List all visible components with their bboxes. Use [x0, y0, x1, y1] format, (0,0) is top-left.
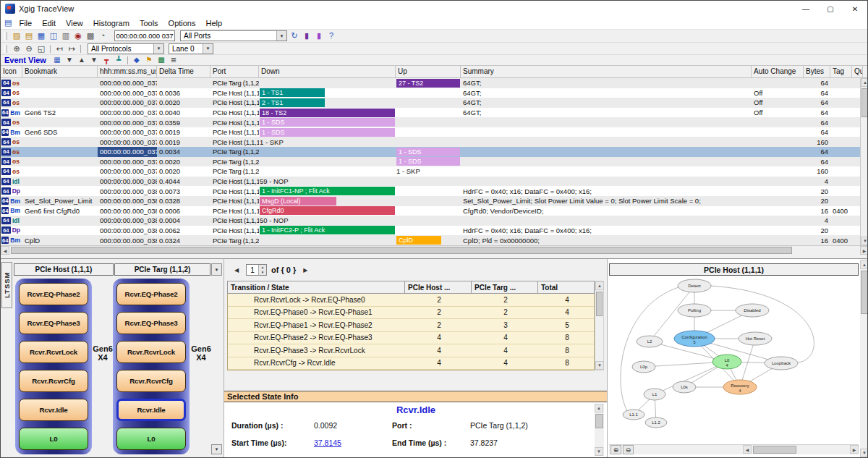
sort-down-icon[interactable]: ▼ [88, 56, 100, 64]
view-grid-icon[interactable]: ▦ [51, 56, 63, 64]
ltssm-node-l0p[interactable]: L0p [632, 361, 655, 373]
menu-histogram[interactable]: Histogram [88, 18, 135, 28]
trace-row[interactable]: 64Dp000:00:00.000_0380.0062PCIe Host (1,… [1, 226, 868, 236]
info-scrollbar[interactable]: ▲▼ [595, 404, 604, 456]
trace-vscrollbar[interactable]: ▲▼ [860, 78, 868, 245]
ltssm-node-configuration[interactable]: Configuration5 [674, 331, 715, 347]
ltssm-state-l0[interactable]: L0 [116, 428, 186, 450]
spin-down-icon[interactable]: ▼ [259, 270, 266, 275]
refresh-icon[interactable]: ↻ [289, 31, 300, 41]
trace-row[interactable]: 64Idl000:00:00.000_0380.4044PCIe Host (1… [1, 177, 868, 187]
page-spinner[interactable]: 1 ▲▼ [246, 264, 267, 276]
zoom-fit-icon[interactable]: ◱ [35, 43, 47, 54]
document-icon[interactable]: ▤ [4, 18, 12, 27]
sort-up-icon[interactable]: ▲ [76, 56, 88, 64]
tee-red-icon[interactable]: ┳ [101, 56, 112, 64]
ltssm-scroll-down-icon[interactable]: ▼ [211, 444, 222, 454]
ltssm-state-rcvr-eq-phase2[interactable]: Rcvr.EQ-Phase2 [116, 283, 186, 305]
transition-row[interactable]: Rcvr.EQ-Phase1 -> Rcvr.EQ-Phase2235 [228, 319, 594, 332]
tee-teal-icon[interactable]: ┻ [113, 56, 124, 64]
scroll-right-icon[interactable]: ▶ [850, 445, 859, 454]
zoom-in-icon[interactable]: ⊕ [11, 43, 22, 54]
scroll-track[interactable] [595, 412, 604, 447]
transition-row[interactable]: Rcvr.RcvrCfg -> Rcvr.Idle448 [228, 357, 594, 370]
minimize-button[interactable]: — [793, 1, 818, 17]
col-header-auto-change[interactable]: Auto Change [752, 66, 804, 77]
menu-file[interactable]: File [14, 18, 37, 28]
transition-row[interactable]: Rcvr.EQ-Phase0 -> Rcvr.EQ-Phase1224 [228, 307, 594, 320]
trace-row[interactable]: 64os000:00:00.000_037PCIe Targ (1,1,2)27… [1, 78, 868, 88]
scroll-down-icon[interactable]: ▼ [861, 237, 868, 245]
col-header-icon[interactable]: Icon [1, 66, 22, 77]
col-header-summary[interactable]: Summary [461, 66, 752, 77]
col-header-bytes[interactable]: Bytes [804, 66, 830, 77]
start-time-link[interactable]: 37.8145 [314, 438, 341, 447]
scroll-thumb[interactable] [595, 414, 603, 428]
trace-row[interactable]: 64os000:00:00.000_0370.0034PCIe Targ (1,… [1, 147, 868, 157]
transitions-scrollbar[interactable]: ▲▼ [595, 281, 604, 370]
ltssm-state-rcvr-rcvrcfg[interactable]: Rcvr.RcvrCfg [19, 370, 88, 392]
grid-view-icon[interactable]: ▩ [85, 31, 96, 41]
menu-tools[interactable]: Tools [135, 18, 163, 28]
decode-violet-icon[interactable]: ▮ [313, 31, 325, 41]
trace-row[interactable]: 64os000:00:00.000_0370.0036PCIe Host (1,… [1, 88, 868, 98]
ltssm-port-header-0[interactable]: PCIe Host (1,1,1) [14, 263, 114, 276]
marker-icon[interactable]: ◆ [131, 56, 142, 64]
save-as-icon[interactable]: ◫ [48, 31, 59, 41]
zoom-in-icon[interactable]: ⊕ [610, 445, 621, 454]
ltssm-state-rcvr-idle[interactable]: Rcvr.Idle [19, 399, 88, 421]
ltssm-dropdown-chevron-icon[interactable]: ▼ [211, 263, 222, 276]
trace-row[interactable]: 64BmGen6 first CfgRd0000:00:00.000_0380.… [1, 206, 868, 216]
chevron-down-icon[interactable]: ▼ [276, 31, 286, 41]
transition-row[interactable]: Rcvr.RcvrLock -> Rcvr.EQ-Phase0224 [228, 294, 594, 307]
color-grid-icon[interactable]: ▩ [156, 56, 167, 64]
trace-row[interactable]: 64Idl000:00:00.000_0380.0004PCIe Host (1… [1, 216, 868, 226]
scroll-left-icon[interactable]: ◀ [1, 246, 9, 255]
scroll-thumb[interactable] [11, 247, 792, 254]
ltssm-node-recovery[interactable]: Recovery4 [723, 380, 757, 394]
col-header-qu[interactable]: Qu [852, 66, 863, 77]
prev-page-button[interactable]: ◀ [231, 265, 242, 275]
time-field[interactable]: 000:00:00.000 037 [114, 30, 175, 41]
trace-hscrollbar[interactable]: ◀▶ [1, 245, 868, 255]
chevron-down-icon[interactable]: ▼ [203, 44, 213, 54]
list-icon[interactable]: ≣ [168, 56, 179, 64]
menu-help[interactable]: Help [201, 18, 228, 28]
transition-row[interactable]: Rcvr.EQ-Phase3 -> Rcvr.RcvrLock448 [228, 344, 594, 357]
spin-up-icon[interactable]: ▲ [259, 265, 266, 270]
trace-row[interactable]: 64os000:00:00.000_0370.0020PCIe Targ (1,… [1, 157, 868, 167]
scroll-down-icon[interactable]: ▼ [860, 449, 868, 457]
ltssm-node-l12[interactable]: L1.2 [645, 417, 667, 428]
ltssm-node-l2[interactable]: L2 [637, 336, 663, 347]
trace-row[interactable]: 64BmGen6 TS2000:00:00.000_0370.0040PCIe … [1, 108, 868, 118]
col-header-delta-time[interactable]: Delta Time [157, 66, 210, 77]
menu-options[interactable]: Options [163, 18, 201, 28]
trace-row[interactable]: 64os000:00:00.000_0370.0020PCIe Targ (1,… [1, 166, 868, 177]
scroll-track[interactable] [595, 290, 603, 361]
open-folder-icon[interactable]: ▤ [23, 31, 35, 41]
scroll-track[interactable] [9, 246, 860, 255]
zoom-out-icon[interactable]: ⊖ [23, 43, 35, 54]
ltssm-node-disabled[interactable]: Disabled [736, 304, 769, 317]
ltssm-node-l0s[interactable]: L0s [673, 381, 696, 393]
ltssm-state-rcvr-rcvrcfg[interactable]: Rcvr.RcvrCfg [116, 370, 186, 392]
scroll-down-icon[interactable]: ▼ [595, 361, 604, 370]
help-icon[interactable]: ? [326, 31, 337, 41]
decode-purple-icon[interactable]: ▮ [301, 31, 312, 41]
ltssm-state-rcvr-rcvrlock[interactable]: Rcvr.RcvrLock [116, 341, 186, 363]
ltssm-node-detect[interactable]: Detect [678, 279, 711, 292]
scroll-thumb[interactable] [596, 292, 603, 316]
ltssm-port-header-1[interactable]: PCIe Targ (1,1,2) [114, 263, 210, 276]
col-header-down[interactable]: Down [259, 66, 396, 77]
trace-row[interactable]: 64BmGen6 SDS000:00:00.000_0370.0019PCIe … [1, 127, 868, 137]
save-icon[interactable]: ▦ [35, 31, 47, 41]
lane-dropdown[interactable]: Lane 0 ▼ [169, 43, 213, 54]
trace-row[interactable]: 64BmCplD000:00:00.000_0380.0324PCIe Targ… [1, 235, 868, 245]
transition-row[interactable]: Rcvr.EQ-Phase2 -> Rcvr.EQ-Phase3448 [228, 332, 594, 345]
ltssm-node-l0[interactable]: L04 [712, 355, 741, 369]
scroll-up-icon[interactable]: ▲ [860, 260, 868, 269]
ltssm-state-rcvr-eq-phase3[interactable]: Rcvr.EQ-Phase3 [19, 312, 88, 334]
col-header-up[interactable]: Up [396, 66, 461, 77]
zoom-out-icon[interactable]: ⊖ [623, 445, 634, 454]
print-icon[interactable]: ▥ [60, 31, 72, 41]
